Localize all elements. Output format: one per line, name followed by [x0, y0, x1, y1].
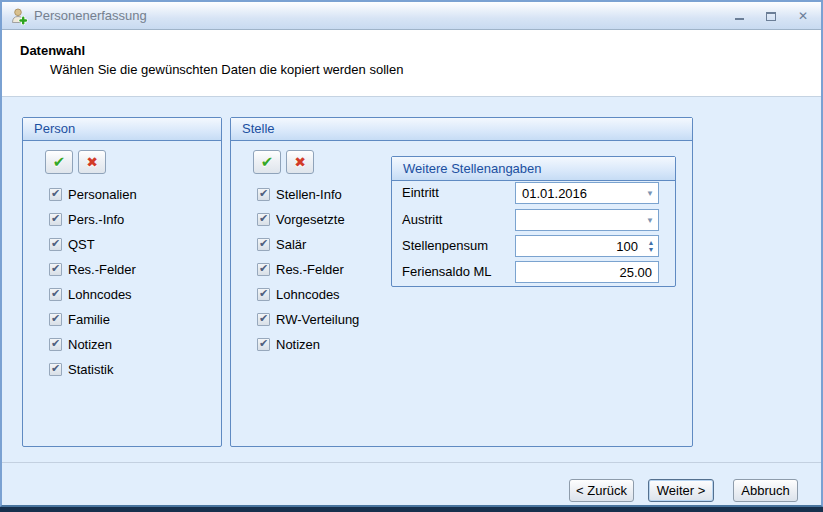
checkbox-label: Salär [276, 237, 306, 252]
check-all-icon: ✔ [53, 153, 66, 171]
checkbox-label: QST [68, 237, 95, 252]
checkbox-label: Personalien [68, 187, 137, 202]
window-title: Personenerfassung [34, 2, 147, 29]
dialog-window: Personenerfassung ✕ Datenwahl Wählen Sie… [0, 0, 823, 507]
wizard-header: Datenwahl Wählen Sie die gewünschten Dat… [2, 30, 821, 97]
uncheck-all-icon: ✖ [86, 154, 98, 170]
checkbox-label: Lohncodes [68, 287, 132, 302]
checkbox-row-notizen[interactable]: Notizen [257, 336, 320, 352]
cancel-button[interactable]: Abbruch [733, 479, 798, 502]
person-groupbox-header: Person [23, 118, 221, 141]
wizard-footer: < Zurück Weiter > Abbruch [2, 462, 821, 505]
uncheck-all-icon: ✖ [294, 154, 306, 170]
feriensaldo-input[interactable]: 25.00 [515, 261, 659, 283]
checkbox-checked-icon[interactable] [49, 188, 62, 201]
spin-down-icon[interactable]: ▼ [648, 246, 655, 253]
austritt-combobox[interactable]: ▼ [515, 209, 659, 231]
stellenpensum-spinner[interactable]: 100 ▲ ▼ [515, 235, 659, 257]
austritt-label: Austritt [402, 212, 442, 227]
checkbox-checked-icon[interactable] [257, 288, 270, 301]
checkbox-label: Statistik [68, 362, 114, 377]
checkbox-label: Pers.-Info [68, 212, 124, 227]
maximize-button[interactable] [763, 8, 779, 24]
weitere-stellenangaben-panel: Weitere Stellenangaben Eintritt 01.01.20… [391, 156, 676, 287]
person-deselect-all-button[interactable]: ✖ [78, 150, 106, 174]
checkbox-checked-icon[interactable] [49, 313, 62, 326]
check-all-icon: ✔ [261, 153, 274, 171]
checkbox-row-vorgesetzte[interactable]: Vorgesetzte [257, 211, 345, 227]
checkbox-checked-icon[interactable] [49, 363, 62, 376]
person-groupbox: Person ✔ ✖ Personalien Pers.-Info QST Re… [22, 117, 222, 447]
checkbox-label: RW-Verteilung [276, 312, 359, 327]
checkbox-row-personalien[interactable]: Personalien [49, 186, 137, 202]
checkbox-checked-icon[interactable] [257, 338, 270, 351]
content-area: Person ✔ ✖ Personalien Pers.-Info QST Re… [2, 97, 821, 462]
next-button[interactable]: Weiter > [648, 479, 714, 502]
stelle-groupbox-header: Stelle [231, 118, 692, 141]
eintritt-label: Eintritt [402, 185, 439, 200]
checkbox-row-pers-info[interactable]: Pers.-Info [49, 211, 124, 227]
checkbox-row-lohncodes[interactable]: Lohncodes [49, 286, 132, 302]
checkbox-checked-icon[interactable] [49, 338, 62, 351]
page-subtitle: Wählen Sie die gewünschten Daten die kop… [50, 62, 403, 77]
checkbox-checked-icon[interactable] [257, 213, 270, 226]
feriensaldo-value: 25.00 [516, 265, 658, 280]
minimize-icon [735, 18, 744, 20]
chevron-down-icon[interactable]: ▼ [642, 216, 658, 225]
titlebar[interactable]: Personenerfassung ✕ [2, 2, 821, 30]
checkbox-row-stellen-info[interactable]: Stellen-Info [257, 186, 342, 202]
close-icon: ✕ [798, 9, 808, 23]
stelle-deselect-all-button[interactable]: ✖ [286, 150, 314, 174]
person-add-icon [10, 7, 28, 25]
person-select-all-button[interactable]: ✔ [45, 150, 73, 174]
checkbox-row-notizen[interactable]: Notizen [49, 336, 112, 352]
stelle-select-all-button[interactable]: ✔ [253, 150, 281, 174]
checkbox-label: Vorgesetzte [276, 212, 345, 227]
stelle-groupbox: Stelle ✔ ✖ Stellen-Info Vorgesetzte Salä… [230, 117, 693, 447]
checkbox-label: Stellen-Info [276, 187, 342, 202]
checkbox-row-qst[interactable]: QST [49, 236, 95, 252]
checkbox-row-res-felder[interactable]: Res.-Felder [49, 261, 136, 277]
checkbox-label: Res.-Felder [68, 262, 136, 277]
minimize-button[interactable] [731, 8, 747, 24]
checkbox-checked-icon[interactable] [257, 313, 270, 326]
checkbox-row-lohncodes[interactable]: Lohncodes [257, 286, 340, 302]
checkbox-row-statistik[interactable]: Statistik [49, 361, 114, 377]
close-button[interactable]: ✕ [795, 8, 811, 24]
stellenpensum-value: 100 [516, 239, 644, 254]
feriensaldo-label: Feriensaldo ML [402, 264, 492, 279]
back-button[interactable]: < Zurück [569, 479, 634, 502]
checkbox-checked-icon[interactable] [49, 288, 62, 301]
stellenpensum-label: Stellenpensum [402, 238, 488, 253]
checkbox-label: Notizen [68, 337, 112, 352]
checkbox-row-familie[interactable]: Familie [49, 311, 110, 327]
checkbox-checked-icon[interactable] [49, 213, 62, 226]
eintritt-combobox[interactable]: 01.01.2016 ▼ [515, 182, 659, 204]
checkbox-label: Lohncodes [276, 287, 340, 302]
checkbox-row-salaer[interactable]: Salär [257, 236, 306, 252]
weitere-panel-header: Weitere Stellenangaben [392, 157, 675, 181]
checkbox-label: Notizen [276, 337, 320, 352]
checkbox-checked-icon[interactable] [257, 263, 270, 276]
eintritt-value: 01.01.2016 [516, 186, 642, 201]
checkbox-checked-icon[interactable] [49, 263, 62, 276]
spin-up-icon[interactable]: ▲ [648, 239, 655, 246]
checkbox-checked-icon[interactable] [49, 238, 62, 251]
checkbox-checked-icon[interactable] [257, 238, 270, 251]
checkbox-row-rw-verteilung[interactable]: RW-Verteilung [257, 311, 359, 327]
chevron-down-icon[interactable]: ▼ [642, 189, 658, 198]
checkbox-row-res-felder[interactable]: Res.-Felder [257, 261, 344, 277]
checkbox-checked-icon[interactable] [257, 188, 270, 201]
page-title: Datenwahl [20, 43, 85, 58]
maximize-icon [766, 12, 776, 21]
checkbox-label: Familie [68, 312, 110, 327]
checkbox-label: Res.-Felder [276, 262, 344, 277]
